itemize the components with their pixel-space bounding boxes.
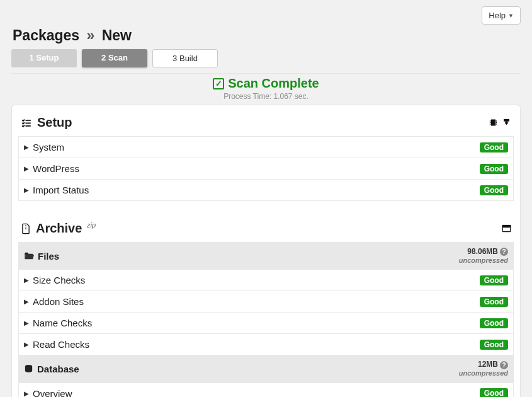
- svg-rect-7: [496, 120, 497, 121]
- svg-rect-5: [490, 122, 490, 123]
- archive-rows: Files 98.06MB ? uncompressed ▶Size Check…: [12, 242, 520, 397]
- file-archive-icon: [21, 223, 31, 234]
- setup-rows: ▶System Good ▶WordPress Good ▶Import Sta…: [12, 136, 520, 211]
- info-icon[interactable]: ?: [500, 361, 508, 369]
- window-icon[interactable]: [502, 224, 511, 233]
- caret-right-icon: ▶: [24, 390, 29, 397]
- row-import-status[interactable]: ▶Import Status Good: [18, 180, 514, 201]
- caret-right-icon: ▶: [24, 341, 29, 348]
- breadcrumb-current: New: [102, 27, 132, 43]
- step-scan[interactable]: 2 Scan: [82, 49, 147, 67]
- folder-open-icon: [24, 251, 34, 260]
- caret-right-icon: ▶: [24, 144, 29, 151]
- scan-results-panel: Setup ▶System Good ▶WordPress Good ▶Impo…: [11, 105, 521, 397]
- check-icon: ✓: [213, 78, 224, 89]
- info-icon[interactable]: ?: [500, 248, 508, 256]
- archive-section-suffix: zip: [87, 221, 96, 229]
- status-badge: Good: [480, 388, 508, 397]
- caret-right-icon: ▶: [24, 277, 29, 284]
- group-database[interactable]: Database 12MB ? uncompressed: [18, 355, 514, 383]
- chevron-down-icon: ▼: [508, 13, 514, 19]
- archive-section-title: Archive: [36, 221, 82, 235]
- step-setup[interactable]: 1 Setup: [11, 49, 77, 67]
- breadcrumb-separator-icon: »: [84, 27, 98, 43]
- row-name-checks[interactable]: ▶Name Checks Good: [18, 313, 514, 334]
- status-badge: Good: [480, 142, 508, 152]
- svg-rect-4: [490, 120, 490, 121]
- row-overview[interactable]: ▶Overview Good: [18, 383, 514, 397]
- status-badge: Good: [480, 275, 508, 285]
- svg-rect-9: [496, 124, 497, 124]
- setup-section-head: Setup: [12, 105, 520, 136]
- breadcrumb-root[interactable]: Packages: [13, 27, 79, 43]
- svg-rect-3: [491, 120, 496, 126]
- breadcrumb: Packages » New: [13, 27, 521, 44]
- caret-right-icon: ▶: [24, 298, 29, 305]
- status-badge: Good: [480, 164, 508, 174]
- row-size-checks[interactable]: ▶Size Checks Good: [18, 270, 514, 291]
- caret-right-icon: ▶: [24, 187, 29, 193]
- svg-rect-6: [490, 124, 490, 124]
- archive-section-head: Archive zip: [12, 211, 520, 242]
- row-addon-sites[interactable]: ▶Addon Sites Good: [18, 291, 514, 313]
- svg-rect-14: [502, 226, 511, 227]
- status-badge: Good: [480, 297, 508, 307]
- step-nav: 1 Setup 2 Scan 3 Build: [11, 49, 521, 67]
- step-build[interactable]: 3 Build: [152, 49, 218, 67]
- list-check-icon: [21, 117, 32, 129]
- group-files[interactable]: Files 98.06MB ? uncompressed: [18, 242, 514, 270]
- scan-complete-title: ✓ Scan Complete: [213, 76, 319, 91]
- setup-section-title: Setup: [37, 115, 72, 130]
- row-wordpress[interactable]: ▶WordPress Good: [18, 158, 514, 180]
- svg-rect-8: [496, 122, 497, 123]
- caret-right-icon: ▶: [24, 165, 29, 172]
- status-badge: Good: [480, 185, 508, 195]
- chip-icon[interactable]: [489, 118, 498, 127]
- status-badge: Good: [480, 318, 508, 328]
- row-system[interactable]: ▶System Good: [18, 136, 514, 158]
- caret-right-icon: ▶: [24, 319, 29, 326]
- help-label: Help: [489, 11, 506, 20]
- help-button[interactable]: Help ▼: [482, 6, 521, 25]
- row-read-checks[interactable]: ▶Read Checks Good: [18, 334, 514, 355]
- download-icon[interactable]: [502, 118, 511, 127]
- database-icon: [24, 364, 33, 374]
- status-badge: Good: [480, 340, 508, 350]
- scan-process-time: Process Time: 1.067 sec.: [11, 92, 521, 101]
